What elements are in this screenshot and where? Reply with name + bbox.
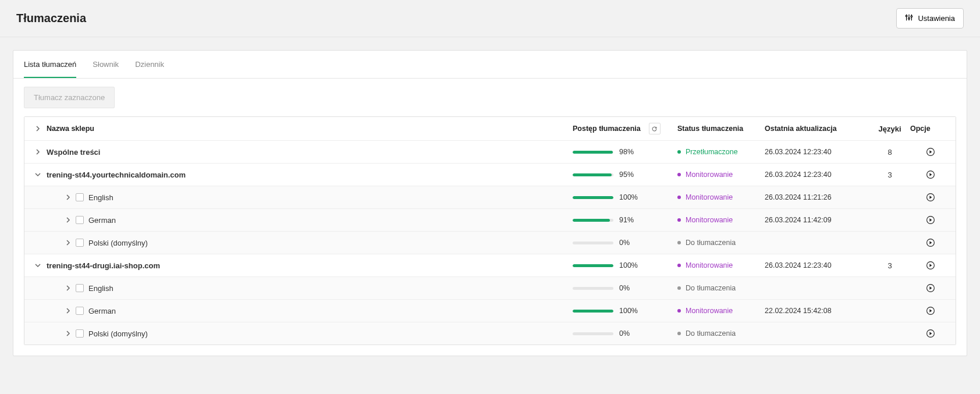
status-dot-icon (677, 218, 681, 222)
progress-bar (573, 332, 613, 335)
progress-bar (573, 151, 613, 154)
progress-bar (573, 287, 613, 290)
status-label: Monitorowanie (686, 261, 733, 269)
expand-toggle[interactable] (29, 149, 47, 155)
row-name-cell: trening-st44-drugi.iai-shop.com (47, 261, 573, 270)
status-dot-icon (677, 196, 681, 199)
progress-cell: 98% (573, 148, 677, 156)
options-cell (910, 237, 951, 248)
progress-text: 100% (619, 261, 638, 269)
status-label: Do tłumaczenia (686, 284, 736, 292)
play-button[interactable] (925, 260, 936, 271)
status-label: Monitorowanie (686, 307, 733, 315)
expand-toggle[interactable] (65, 217, 71, 223)
tabs: Lista tłumaczeń Słownik Dziennik (13, 51, 967, 79)
table-row: Polski (domyślny)0%Do tłumaczenia (24, 232, 956, 254)
play-button[interactable] (925, 169, 936, 180)
status-cell: Do tłumaczenia (677, 329, 765, 338)
expand-toggle[interactable] (65, 285, 71, 291)
row-name: Polski (domyślny) (88, 239, 148, 247)
row-name: English (88, 193, 113, 202)
status-label: Monitorowanie (686, 216, 733, 224)
row-checkbox[interactable] (76, 216, 84, 224)
tab-list[interactable]: Lista tłumaczeń (24, 51, 76, 78)
progress-cell: 95% (573, 171, 677, 179)
play-button[interactable] (925, 192, 936, 203)
progress-cell: 100% (573, 193, 677, 201)
row-name: trening-st44.yourtechnicaldomain.com (47, 171, 186, 179)
row-name: German (88, 216, 116, 225)
options-cell (910, 147, 951, 157)
settings-button[interactable]: Ustawienia (896, 8, 964, 29)
table-row: trening-st44-drugi.iai-shop.com100%Monit… (24, 254, 956, 277)
langs-cell: 8 (869, 148, 910, 157)
progress-text: 0% (619, 239, 630, 247)
status-dot-icon (677, 264, 681, 267)
progress-cell: 100% (573, 261, 677, 269)
status-label: Do tłumaczenia (686, 329, 736, 338)
expand-toggle[interactable] (65, 240, 71, 246)
status-dot-icon (677, 332, 681, 335)
play-button[interactable] (925, 283, 936, 293)
progress-cell: 0% (573, 284, 677, 292)
progress-cell: 91% (573, 216, 677, 224)
status-label: Monitorowanie (686, 193, 733, 201)
row-checkbox[interactable] (76, 284, 84, 292)
row-name-cell: German (47, 216, 573, 225)
progress-bar (573, 242, 613, 244)
updated-cell: 26.03.2024 12:23:40 (765, 261, 869, 269)
play-button[interactable] (925, 306, 936, 316)
row-checkbox[interactable] (76, 239, 84, 247)
tab-dictionary[interactable]: Słownik (93, 51, 119, 78)
updated-cell: 22.02.2024 15:42:08 (765, 307, 869, 315)
expand-all-toggle[interactable] (29, 126, 47, 132)
expand-toggle[interactable] (29, 172, 47, 178)
play-button[interactable] (925, 237, 936, 248)
options-cell (910, 192, 951, 203)
progress-cell: 0% (573, 329, 677, 338)
settings-label: Ustawienia (918, 14, 955, 23)
status-label: Przetłumaczone (686, 148, 738, 156)
row-name: German (88, 307, 116, 315)
options-cell (910, 215, 951, 225)
expand-toggle[interactable] (29, 262, 47, 268)
expand-toggle[interactable] (65, 308, 71, 314)
options-cell (910, 328, 951, 339)
play-button[interactable] (925, 215, 936, 225)
progress-text: 95% (619, 171, 634, 179)
col-progress: Postęp tłumaczenia (573, 123, 677, 134)
status-cell: Do tłumaczenia (677, 284, 765, 292)
status-dot-icon (677, 150, 681, 154)
progress-bar (573, 196, 613, 199)
play-button[interactable] (925, 328, 936, 339)
col-name: Nazwa sklepu (47, 125, 573, 133)
svg-point-5 (911, 16, 912, 17)
status-cell: Przetłumaczone (677, 148, 765, 156)
status-cell: Monitorowanie (677, 193, 765, 201)
play-button[interactable] (925, 147, 936, 157)
translate-selected-button[interactable]: Tłumacz zaznaczone (24, 87, 115, 108)
row-name-cell: English (47, 193, 573, 202)
row-name-cell: Wspólne treści (47, 148, 573, 157)
row-name-cell: trening-st44.yourtechnicaldomain.com (47, 171, 573, 179)
col-status: Status tłumaczenia (677, 125, 765, 133)
col-langs: Języki (869, 125, 910, 133)
table-row: trening-st44.yourtechnicaldomain.com95%M… (24, 164, 956, 186)
table-row: Polski (domyślny)0%Do tłumaczenia (24, 322, 956, 345)
row-name: trening-st44-drugi.iai-shop.com (47, 261, 160, 270)
status-cell: Monitorowanie (677, 171, 765, 179)
row-checkbox[interactable] (76, 329, 84, 338)
svg-point-4 (908, 17, 910, 19)
options-cell (910, 283, 951, 293)
expand-toggle[interactable] (65, 194, 71, 200)
updated-cell: 26.03.2024 12:23:40 (765, 171, 869, 179)
row-checkbox[interactable] (76, 307, 84, 315)
col-updated: Ostatnia aktualizacja (765, 125, 869, 133)
tab-journal[interactable]: Dziennik (135, 51, 164, 78)
progress-bar (573, 310, 613, 313)
row-checkbox[interactable] (76, 193, 84, 201)
expand-toggle[interactable] (65, 331, 71, 336)
row-name: Polski (domyślny) (88, 329, 148, 338)
status-cell: Do tłumaczenia (677, 239, 765, 247)
refresh-icon[interactable] (649, 123, 661, 134)
